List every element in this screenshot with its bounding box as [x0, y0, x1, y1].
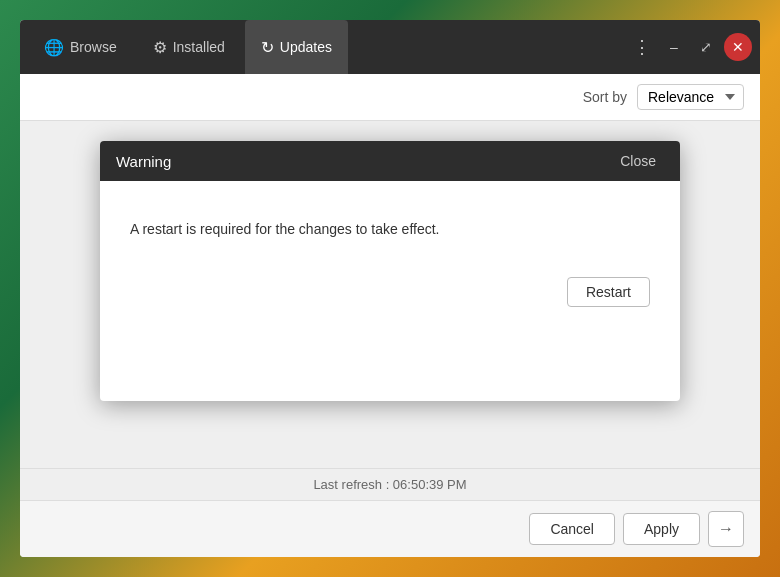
content-area: Warning Close A restart is required for … — [20, 121, 760, 468]
modal-title: Warning — [116, 153, 171, 170]
restore-button[interactable]: ⤢ — [692, 33, 720, 61]
apply-button[interactable]: Apply — [623, 513, 700, 545]
close-icon: ✕ — [732, 39, 744, 55]
minimize-icon: – — [670, 39, 678, 55]
close-button[interactable]: ✕ — [724, 33, 752, 61]
browse-icon: 🌐 — [44, 38, 64, 57]
updates-icon: ↻ — [261, 38, 274, 57]
window-controls: ⋮ – ⤢ ✕ — [628, 33, 752, 61]
tab-browse[interactable]: 🌐 Browse — [28, 20, 133, 74]
more-button[interactable]: ⋮ — [628, 33, 656, 61]
modal-overlay: Warning Close A restart is required for … — [20, 121, 760, 468]
sort-bar: Sort by Relevance Name Date Popularity — [20, 74, 760, 121]
sort-select[interactable]: Relevance Name Date Popularity — [637, 84, 744, 110]
forward-icon: → — [718, 520, 734, 538]
sort-by-label: Sort by — [583, 89, 627, 105]
forward-button[interactable]: → — [708, 511, 744, 547]
action-bar: Cancel Apply → — [20, 500, 760, 557]
modal-header: Warning Close — [100, 141, 680, 181]
cancel-button[interactable]: Cancel — [529, 513, 615, 545]
tab-installed[interactable]: ⚙ Installed — [137, 20, 241, 74]
installed-icon: ⚙ — [153, 38, 167, 57]
tab-browse-label: Browse — [70, 39, 117, 55]
title-bar: 🌐 Browse ⚙ Installed ↻ Updates ⋮ – ⤢ — [20, 20, 760, 74]
restore-icon: ⤢ — [700, 39, 712, 55]
minimize-button[interactable]: – — [660, 33, 688, 61]
modal-actions: Restart — [130, 277, 650, 307]
tab-updates[interactable]: ↻ Updates — [245, 20, 348, 74]
modal-message: A restart is required for the changes to… — [130, 221, 439, 237]
tab-group: 🌐 Browse ⚙ Installed ↻ Updates — [28, 20, 348, 74]
tab-installed-label: Installed — [173, 39, 225, 55]
modal-close-button[interactable]: Close — [612, 151, 664, 171]
last-refresh-text: Last refresh : 06:50:39 PM — [313, 477, 466, 492]
tab-updates-label: Updates — [280, 39, 332, 55]
refresh-bar: Last refresh : 06:50:39 PM — [20, 468, 760, 500]
warning-modal: Warning Close A restart is required for … — [100, 141, 680, 401]
more-icon: ⋮ — [633, 36, 651, 58]
app-window: 🌐 Browse ⚙ Installed ↻ Updates ⋮ – ⤢ — [20, 20, 760, 557]
modal-body: A restart is required for the changes to… — [100, 181, 680, 401]
restart-button[interactable]: Restart — [567, 277, 650, 307]
